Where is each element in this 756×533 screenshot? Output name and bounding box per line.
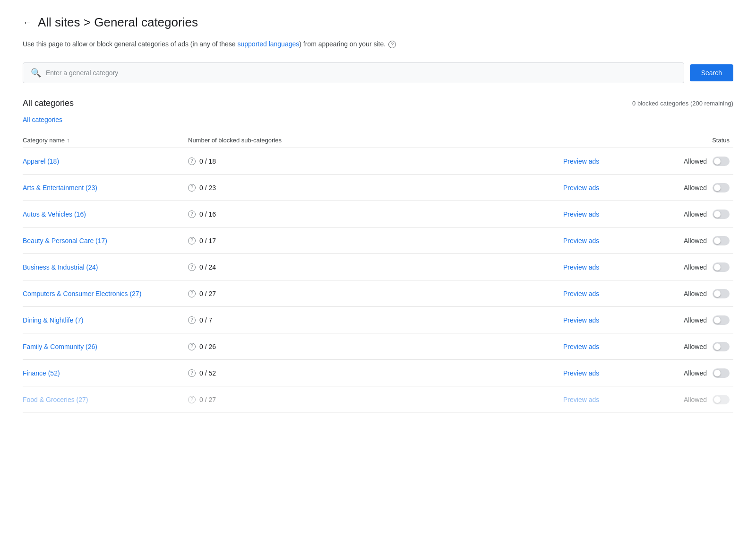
search-icon: 🔍 [31, 68, 41, 78]
toggle-switch[interactable] [713, 157, 730, 166]
blocked-count-value: 0 / 16 [199, 210, 216, 218]
toggle-switch[interactable] [713, 315, 730, 325]
page-description: Use this page to allow or block general … [23, 39, 733, 49]
toggle-switch[interactable] [713, 289, 730, 298]
category-link[interactable]: Computers & Consumer Electronics (27) [23, 290, 141, 297]
table-row: Food & Groceries (27) ? 0 / 27 Preview a… [23, 386, 733, 413]
toggle-switch[interactable] [713, 342, 730, 351]
info-icon[interactable]: ? [188, 369, 196, 377]
preview-ads-link[interactable]: Preview ads [563, 184, 599, 192]
status-text: Allowed [684, 210, 707, 218]
status-text: Allowed [684, 316, 707, 324]
toggle-thumb [714, 343, 721, 350]
table-row: Computers & Consumer Electronics (27) ? … [23, 280, 733, 307]
back-button[interactable]: ← [23, 17, 32, 28]
preview-cell: Preview ads [563, 369, 658, 377]
col-preview-header [563, 137, 658, 144]
category-link[interactable]: Autos & Vehicles (16) [23, 210, 86, 218]
blocked-sub-cell: ? 0 / 17 [188, 237, 563, 245]
preview-cell: Preview ads [563, 343, 658, 350]
info-icon[interactable]: ? [188, 263, 196, 271]
blocked-sub-cell: ? 0 / 23 [188, 184, 563, 192]
blocked-count-value: 0 / 27 [199, 290, 216, 297]
info-icon[interactable]: ? [188, 210, 196, 218]
info-icon[interactable]: ? [188, 184, 196, 192]
info-icon[interactable]: ? [188, 316, 196, 324]
preview-ads-link[interactable]: Preview ads [563, 369, 599, 377]
help-icon[interactable]: ? [388, 41, 396, 48]
toggle-switch[interactable] [713, 210, 730, 219]
toggle-thumb [714, 317, 721, 323]
preview-cell: Preview ads [563, 263, 658, 271]
preview-ads-link[interactable]: Preview ads [563, 157, 599, 165]
category-link[interactable]: Apparel (18) [23, 157, 59, 165]
status-text: Allowed [684, 184, 707, 192]
preview-ads-link[interactable]: Preview ads [563, 290, 599, 297]
table-row: Apparel (18) ? 0 / 18 Preview ads Allowe… [23, 148, 733, 175]
preview-cell: Preview ads [563, 290, 658, 297]
blocked-sub-cell: ? 0 / 26 [188, 343, 563, 350]
info-icon[interactable]: ? [188, 157, 196, 165]
blocked-count-value: 0 / 23 [199, 184, 216, 192]
supported-languages-link[interactable]: supported languages [237, 40, 299, 48]
toggle-switch[interactable] [713, 395, 730, 404]
blocked-count-value: 0 / 26 [199, 343, 216, 350]
blocked-count-value: 0 / 17 [199, 237, 216, 245]
preview-cell: Preview ads [563, 157, 658, 165]
toggle-thumb [714, 370, 721, 376]
blocked-sub-cell: ? 0 / 27 [188, 290, 563, 297]
status-text: Allowed [684, 369, 707, 377]
toggle-switch[interactable] [713, 368, 730, 378]
table-row: Finance (52) ? 0 / 52 Preview ads Allowe… [23, 360, 733, 386]
preview-ads-link[interactable]: Preview ads [563, 210, 599, 218]
status-cell: Allowed [658, 183, 733, 192]
blocked-sub-cell: ? 0 / 24 [188, 263, 563, 271]
info-icon[interactable]: ? [188, 396, 196, 403]
category-name-cell: Beauty & Personal Care (17) [23, 237, 188, 245]
status-cell: Allowed [658, 315, 733, 325]
col-blocked-header: Number of blocked sub-categories [188, 137, 563, 144]
toggle-switch[interactable] [713, 262, 730, 272]
toggle-thumb [714, 184, 721, 191]
category-name-cell: Family & Community (26) [23, 343, 188, 350]
blocked-count-value: 0 / 18 [199, 157, 216, 165]
category-name-cell: Apparel (18) [23, 157, 188, 165]
preview-ads-link[interactable]: Preview ads [563, 237, 599, 245]
status-text: Allowed [684, 157, 707, 165]
toggle-switch[interactable] [713, 236, 730, 245]
status-cell: Allowed [658, 395, 733, 404]
status-cell: Allowed [658, 210, 733, 219]
status-text: Allowed [684, 290, 707, 297]
search-input[interactable] [46, 69, 676, 77]
preview-ads-link[interactable]: Preview ads [563, 316, 599, 324]
toggle-switch[interactable] [713, 183, 730, 192]
search-button[interactable]: Search [690, 64, 733, 81]
preview-cell: Preview ads [563, 184, 658, 192]
category-link[interactable]: Beauty & Personal Care (17) [23, 237, 107, 245]
category-link[interactable]: Arts & Entertainment (23) [23, 184, 97, 192]
toggle-thumb [714, 264, 721, 271]
blocked-count-value: 0 / 52 [199, 369, 216, 377]
preview-ads-link[interactable]: Preview ads [563, 343, 599, 350]
info-icon[interactable]: ? [188, 343, 196, 350]
search-row: 🔍 Search [23, 62, 733, 83]
blocked-count-value: 0 / 27 [199, 396, 216, 403]
category-link[interactable]: Business & Industrial (24) [23, 263, 98, 271]
status-cell: Allowed [658, 157, 733, 166]
info-icon[interactable]: ? [188, 290, 196, 297]
category-name-cell: Food & Groceries (27) [23, 396, 188, 403]
preview-ads-link[interactable]: Preview ads [563, 396, 599, 403]
category-link[interactable]: Family & Community (26) [23, 343, 97, 350]
preview-cell: Preview ads [563, 210, 658, 218]
category-link[interactable]: Finance (52) [23, 369, 60, 377]
info-icon[interactable]: ? [188, 237, 196, 245]
category-link[interactable]: Food & Groceries (27) [23, 396, 88, 403]
category-link[interactable]: Dining & Nightlife (7) [23, 316, 83, 324]
table-row: Dining & Nightlife (7) ? 0 / 7 Preview a… [23, 307, 733, 333]
status-cell: Allowed [658, 289, 733, 298]
preview-ads-link[interactable]: Preview ads [563, 263, 599, 271]
section-title: All categories [23, 98, 74, 108]
all-categories-link[interactable]: All categories [23, 116, 62, 123]
breadcrumb-row: ← All sites > General categories [23, 15, 733, 30]
preview-cell: Preview ads [563, 316, 658, 324]
